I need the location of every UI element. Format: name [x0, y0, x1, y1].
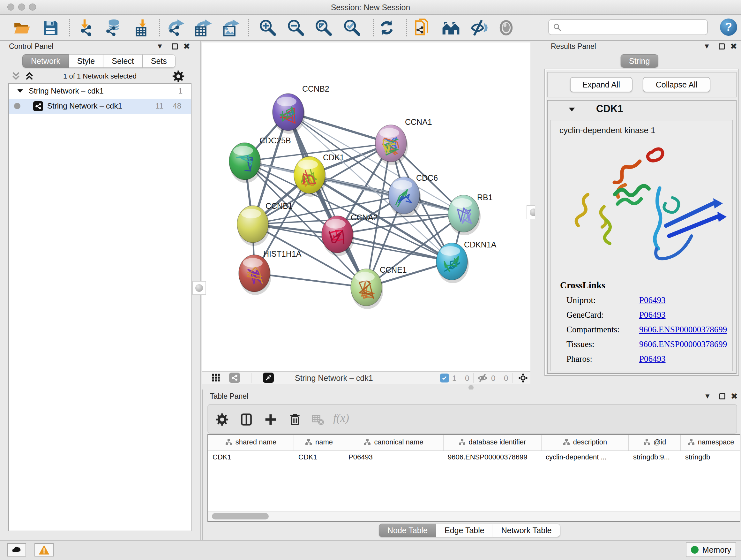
table-hscrollbar-thumb[interactable]: [212, 513, 269, 519]
tab-sets[interactable]: Sets: [143, 54, 176, 68]
table-panel-float-icon[interactable]: [719, 393, 725, 399]
create-column-icon[interactable]: [260, 409, 281, 430]
zoom-selected-icon[interactable]: [342, 18, 361, 38]
table-row[interactable]: CDK1CDK1P064939606.ENSP00000378699cyclin…: [208, 451, 740, 463]
import-network-file-icon[interactable]: [77, 18, 96, 38]
table-panel-close-icon[interactable]: ✖: [731, 392, 738, 400]
control-panel-float-icon[interactable]: [172, 44, 178, 50]
network-node-HIST1H1A[interactable]: [239, 255, 271, 295]
tab-network-table[interactable]: Network Table: [493, 523, 560, 537]
left-splitter-handle[interactable]: [192, 281, 206, 295]
search-input[interactable]: [565, 21, 703, 33]
center-view-icon[interactable]: [518, 373, 529, 385]
network-node-CCNA2[interactable]: [322, 216, 354, 256]
column-header-namespace[interactable]: namespace: [681, 435, 740, 451]
import-network-database-icon[interactable]: [103, 18, 123, 38]
table-cell[interactable]: CDK1: [294, 451, 344, 463]
column-header-description[interactable]: description: [541, 435, 629, 451]
home-neighbors-icon[interactable]: [441, 18, 461, 38]
selected-checkbox-icon[interactable]: [440, 374, 449, 382]
table-cell[interactable]: cyclin-dependent ...: [541, 451, 629, 463]
crosslink-link[interactable]: P06493: [639, 354, 666, 364]
crosslink-link[interactable]: 9606.ENSP00000378699: [639, 339, 727, 349]
node-label-CCNE1: CCNE1: [380, 265, 407, 274]
zoom-fit-icon[interactable]: [313, 18, 333, 38]
import-table-file-icon[interactable]: [132, 18, 152, 38]
column-header-shared-name[interactable]: shared name: [208, 435, 294, 451]
crosslink-link[interactable]: 9606.ENSP00000378699: [639, 325, 727, 334]
hidden-eye-slash-icon[interactable]: [477, 373, 488, 384]
open-session-icon[interactable]: [12, 18, 31, 38]
toolbar-separator: [159, 19, 160, 37]
table-cell[interactable]: stringdb:9...: [629, 451, 681, 463]
control-panel-close-icon[interactable]: ✖: [183, 42, 190, 51]
cloud-status-button[interactable]: [7, 543, 26, 557]
crosslink-label: Tissues:: [566, 339, 639, 349]
hide-graphics-icon[interactable]: [468, 18, 488, 38]
network-node-RB1[interactable]: [448, 195, 481, 235]
table-panel-menu-icon[interactable]: ▼: [704, 393, 711, 400]
network-node-CDC6[interactable]: [388, 177, 421, 217]
refresh-icon[interactable]: [377, 18, 397, 38]
apply-function-icon[interactable]: f(x): [333, 411, 349, 425]
delete-table-icon[interactable]: [308, 409, 328, 430]
tab-network[interactable]: Network: [22, 54, 69, 68]
memory-button[interactable]: Memory: [686, 543, 736, 557]
export-network-icon[interactable]: [166, 18, 186, 38]
help-button[interactable]: ?: [720, 18, 737, 36]
results-panel-close-icon[interactable]: ✖: [730, 42, 737, 51]
column-header-id[interactable]: @id: [629, 435, 681, 451]
tab-edge-table[interactable]: Edge Table: [436, 523, 493, 537]
network-row[interactable]: String Network – cdk1 11 48: [9, 99, 191, 114]
table-settings-gear-icon[interactable]: [212, 409, 232, 430]
table-cell[interactable]: 9606.ENSP00000378699: [443, 451, 541, 463]
table-cell[interactable]: stringdb: [681, 451, 740, 463]
network-node-CDK1[interactable]: [294, 157, 327, 197]
column-header-database-identifier[interactable]: database identifier: [443, 435, 541, 451]
cdk1-section-header[interactable]: CDK1: [548, 101, 736, 118]
delete-column-icon[interactable]: [285, 409, 305, 430]
network-options-gear-icon[interactable]: [172, 70, 185, 84]
cdk1-collapse-caret[interactable]: [568, 106, 576, 115]
network-node-CCNE1[interactable]: [351, 269, 383, 309]
tab-string[interactable]: String: [620, 54, 658, 68]
network-node-CCNA1[interactable]: [375, 125, 408, 165]
network-collection-row[interactable]: String Network – cdk1 1: [9, 84, 191, 99]
collection-expand-caret[interactable]: [17, 87, 23, 97]
results-panel-float-icon[interactable]: [719, 44, 725, 50]
grid-view-icon[interactable]: [208, 373, 224, 382]
warning-status-button[interactable]: [35, 543, 54, 557]
zoom-in-icon[interactable]: [258, 18, 277, 38]
string-badge-icon[interactable]: [229, 373, 240, 383]
save-session-icon[interactable]: [41, 18, 60, 38]
crosslink-link[interactable]: P06493: [639, 310, 666, 320]
export-table-icon[interactable]: [193, 18, 213, 38]
node-table[interactable]: shared namenamecanonical namedatabase id…: [207, 434, 740, 511]
table-cell[interactable]: P06493: [344, 451, 443, 463]
column-header-name[interactable]: name: [294, 435, 344, 451]
tab-style[interactable]: Style: [69, 54, 104, 68]
toolbar-separator: [69, 19, 70, 37]
crosslink-link[interactable]: P06493: [639, 295, 666, 305]
tab-node-table[interactable]: Node Table: [379, 523, 436, 537]
control-panel-menu-icon[interactable]: ▼: [156, 43, 163, 50]
search-field[interactable]: [548, 19, 708, 35]
string-import-icon[interactable]: [412, 18, 431, 38]
column-header-canonical-name[interactable]: canonical name: [344, 435, 443, 451]
zoom-out-icon[interactable]: [286, 18, 306, 38]
export-image-icon[interactable]: [221, 18, 241, 38]
tab-select[interactable]: Select: [104, 54, 142, 68]
expand-all-button[interactable]: Expand All: [570, 77, 632, 92]
column-type-icon: [643, 439, 650, 446]
table-cell[interactable]: CDK1: [208, 451, 294, 463]
cloud-icon: [11, 544, 22, 556]
network-node-CCNB2[interactable]: [273, 94, 305, 134]
show-columns-icon[interactable]: [236, 409, 257, 430]
table-hscrollbar[interactable]: [207, 511, 740, 522]
results-panel-menu-icon[interactable]: ▼: [703, 43, 711, 50]
network-canvas[interactable]: CCNB2CCNA1CDC25BCDK1CDC6RB1CCNB1CCNA2CDK…: [202, 43, 530, 371]
network-node-CCNB1[interactable]: [237, 206, 270, 246]
collapse-all-button[interactable]: Collapse All: [643, 77, 711, 92]
show-graphics-details-icon[interactable]: [496, 18, 516, 38]
birdseye-view-icon[interactable]: [263, 373, 274, 383]
